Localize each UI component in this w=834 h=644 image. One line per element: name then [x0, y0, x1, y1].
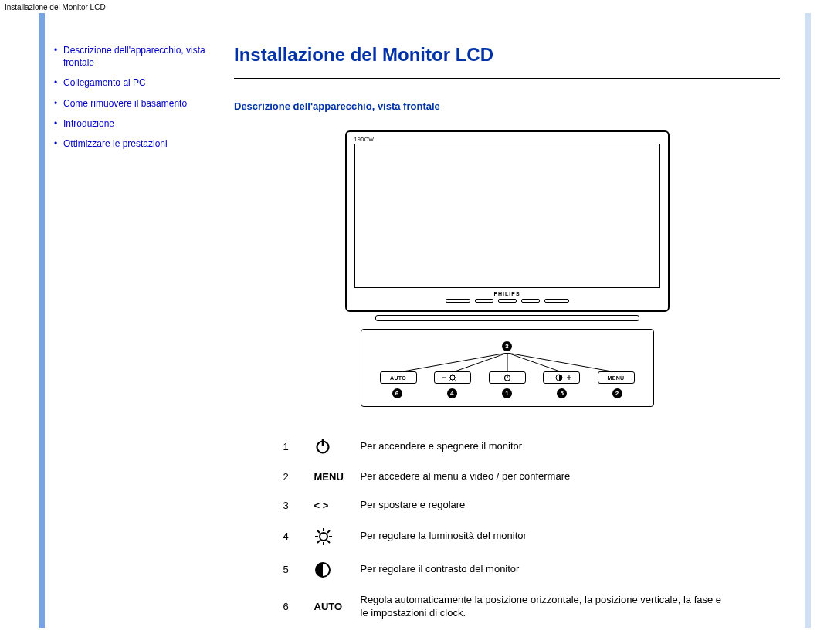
legend-num: 1 [283, 441, 314, 452]
monitor-base [375, 315, 639, 321]
svg-line-12 [454, 379, 455, 380]
panel-btn-menu: MENU [598, 371, 635, 384]
legend-desc: Per accedere al menu a video / per confe… [361, 470, 731, 483]
button-panel: 3 AUTO [361, 329, 654, 407]
svg-point-6 [450, 375, 455, 380]
arrows-label: < > [314, 500, 361, 511]
svg-line-27 [317, 530, 320, 533]
page-title-small: Installazione del Monitor LCD [0, 0, 834, 13]
sidebar: Descrizione dell'apparecchio, vista fron… [45, 44, 211, 158]
svg-line-30 [317, 541, 320, 543]
monitor-brand-label: PHILIPS [354, 291, 660, 297]
content-frame: Descrizione dell'apparecchio, vista fron… [39, 13, 811, 643]
sidebar-link-collegamento[interactable]: Collegamento al PC [63, 77, 146, 88]
legend-num: 5 [283, 564, 314, 575]
svg-line-4 [507, 353, 612, 371]
main-content: Installazione del Monitor LCD Descrizion… [211, 44, 811, 628]
sidebar-link-descrizione[interactable]: Descrizione dell'apparecchio, vista fron… [63, 45, 205, 68]
monitor-outline: 190CW PHILIPS [345, 130, 670, 312]
panel-btn-brightness-minus [434, 371, 471, 384]
callout-1: 1 [502, 388, 512, 398]
callout-3: 3 [502, 341, 512, 351]
monitor-screen [354, 144, 660, 288]
monitor-model-label: 190CW [354, 137, 660, 142]
legend-desc: Per regolare il contrasto del monitor [361, 563, 731, 576]
monitor-front-buttons [354, 299, 660, 303]
svg-line-11 [450, 375, 451, 376]
svg-line-28 [327, 541, 330, 543]
callout-6: 6 [392, 388, 402, 398]
auto-label: AUTO [314, 601, 361, 612]
legend-desc: Per spostare e regolare [361, 499, 731, 512]
menu-label: MENU [314, 471, 361, 483]
panel-btn-power [489, 371, 526, 384]
panel-btn-contrast-plus [543, 371, 580, 384]
legend-desc: Per accendere e spegnere il monitor [361, 440, 731, 453]
contrast-icon [314, 561, 361, 578]
legend-desc: Per regolare la luminosità del monitor [361, 530, 731, 543]
svg-point-22 [320, 533, 327, 541]
callout-5: 5 [557, 388, 567, 398]
legend-num: 4 [283, 530, 314, 542]
svg-line-1 [455, 353, 507, 371]
divider [234, 78, 780, 79]
callout-4: 4 [447, 388, 457, 398]
svg-line-3 [507, 353, 560, 371]
legend-row-1: 1 Per accendere e spegnere il monitor [283, 430, 731, 463]
callout-2: 2 [612, 388, 622, 398]
legend-row-2: 2 MENU Per accedere al menu a video / pe… [283, 463, 731, 491]
sidebar-link-introduzione[interactable]: Introduzione [63, 118, 114, 129]
svg-line-0 [403, 353, 507, 371]
legend-num: 3 [283, 500, 314, 511]
sidebar-link-rimuovere[interactable]: Come rimuovere il basamento [63, 98, 187, 109]
monitor-diagram: 190CW PHILIPS [345, 130, 670, 407]
legend-row-4: 4 Per regolare la luminosità del monitor [283, 520, 731, 554]
legend-num: 2 [283, 471, 314, 483]
brightness-icon [314, 527, 361, 546]
sidebar-link-ottimizzare[interactable]: Ottimizzare le prestazioni [63, 138, 168, 149]
svg-line-29 [327, 530, 330, 533]
power-icon [314, 438, 361, 455]
legend-table: 1 Per accendere e spegnere il monitor 2 … [283, 430, 731, 628]
section-heading: Descrizione dell'apparecchio, vista fron… [234, 100, 780, 112]
svg-line-14 [450, 379, 451, 380]
svg-line-13 [454, 375, 455, 376]
legend-row-6: 6 AUTO Regola automaticamente la posizio… [283, 586, 731, 628]
legend-num: 6 [283, 601, 314, 612]
legend-row-3: 3 < > Per spostare e regolare [283, 491, 731, 520]
leader-lines [380, 353, 635, 371]
panel-btn-auto: AUTO [380, 371, 417, 384]
page-heading: Installazione del Monitor LCD [234, 44, 780, 66]
legend-row-5: 5 Per regolare il contrasto del monitor [283, 554, 731, 586]
legend-desc: Regola automaticamente la posizione oriz… [361, 594, 731, 620]
